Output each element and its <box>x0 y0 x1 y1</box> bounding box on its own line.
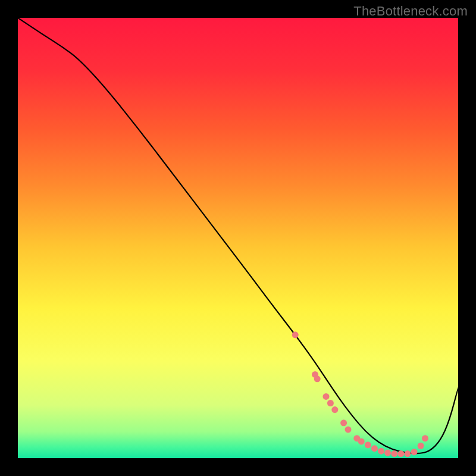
chart-container: TheBottleneck.com <box>0 0 476 476</box>
highlight-point <box>331 406 338 413</box>
highlight-point <box>397 450 404 457</box>
highlight-point <box>314 375 321 382</box>
highlight-point <box>340 419 347 426</box>
highlight-point <box>323 393 330 400</box>
gradient-background <box>18 18 458 458</box>
chart-svg <box>18 18 458 458</box>
highlight-point <box>345 426 352 433</box>
watermark-text: TheBottleneck.com <box>353 4 468 19</box>
highlight-point <box>358 438 365 444</box>
highlight-point <box>365 441 371 448</box>
highlight-point <box>422 435 428 441</box>
highlight-point <box>378 448 384 455</box>
highlight-point <box>404 450 411 457</box>
plot-area <box>18 18 458 458</box>
highlight-point <box>418 443 424 449</box>
highlight-point <box>371 445 378 452</box>
highlight-point <box>327 400 334 406</box>
highlight-point <box>292 331 299 338</box>
highlight-point <box>391 450 397 457</box>
highlight-point <box>411 449 418 455</box>
highlight-point <box>384 450 391 456</box>
